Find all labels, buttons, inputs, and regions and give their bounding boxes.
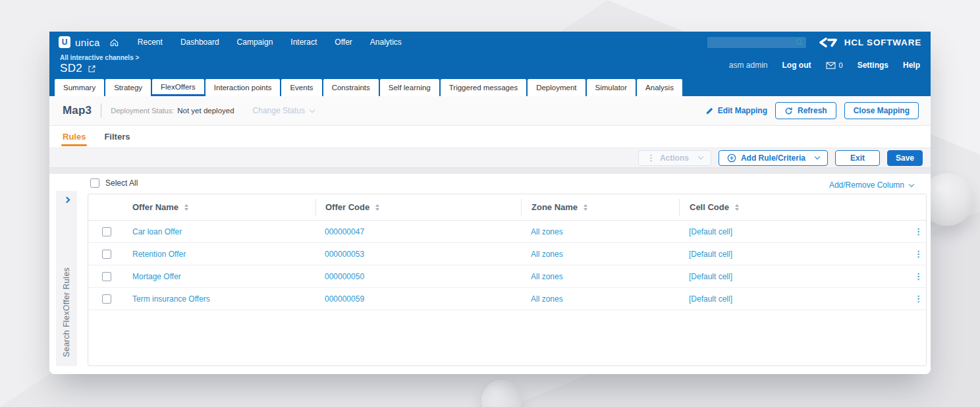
- save-button[interactable]: Save: [887, 150, 923, 166]
- column-header-zone-name[interactable]: Zone Name: [521, 199, 679, 216]
- top-navigation-bar: U unica Recent Dashboard Campaign Intera…: [49, 32, 931, 53]
- table-row: Term insurance Offers 000000059 All zone…: [88, 288, 926, 310]
- nav-item-interact[interactable]: Interact: [290, 38, 317, 47]
- actions-dropdown-button[interactable]: Actions: [638, 150, 711, 166]
- row-menu-kebab-icon[interactable]: [914, 272, 923, 281]
- rules-content: Search FlexOffer Rules Select All Add/Re…: [49, 174, 931, 374]
- tab-constraints[interactable]: Constraints: [323, 79, 379, 96]
- home-icon[interactable]: [109, 38, 119, 47]
- tab-deployment[interactable]: Deployment: [528, 79, 585, 96]
- row-menu-kebab-icon[interactable]: [914, 294, 923, 303]
- row-checkbox[interactable]: [102, 250, 111, 259]
- unica-logo-text: unica: [75, 37, 100, 48]
- table-row: Mortage Offer 000000050 All zones [Defau…: [88, 265, 926, 288]
- nav-item-offer[interactable]: Offer: [335, 38, 352, 47]
- add-remove-column-link[interactable]: Add/Remove Column: [829, 180, 913, 190]
- sort-icon[interactable]: [584, 204, 587, 211]
- nav-item-analytics[interactable]: Analytics: [370, 38, 402, 47]
- map-title: Map3: [63, 104, 92, 117]
- nav-item-campaign[interactable]: Campaign: [237, 38, 273, 47]
- zone-name-link[interactable]: All zones: [521, 294, 679, 304]
- decorative-sphere: [481, 380, 522, 407]
- tab-interaction-points[interactable]: Interaction points: [205, 79, 281, 96]
- subtab-filters[interactable]: Filters: [104, 126, 130, 148]
- column-header-offer-code[interactable]: Offer Code: [315, 199, 521, 216]
- offer-code-link[interactable]: 000000053: [315, 250, 521, 259]
- tab-flexoffers[interactable]: FlexOffers: [152, 79, 204, 96]
- help-link[interactable]: Help: [903, 61, 920, 70]
- tab-simulator[interactable]: Simulator: [587, 79, 636, 96]
- cell-code-link[interactable]: [Default cell]: [679, 227, 911, 236]
- tab-events[interactable]: Events: [281, 79, 321, 96]
- rules-toolbar: Actions Add Rule/Criteria Exit Save: [49, 148, 931, 168]
- zone-name-link[interactable]: All zones: [521, 250, 679, 259]
- zone-name-link[interactable]: All zones: [521, 227, 679, 236]
- tab-triggered-messages[interactable]: Triggered messages: [441, 79, 526, 96]
- map-header: Map3 Deployment Status: Not yet deployed…: [49, 96, 931, 126]
- offer-code-link[interactable]: 000000047: [315, 227, 521, 236]
- sort-icon[interactable]: [184, 204, 188, 211]
- mail-indicator[interactable]: 0: [826, 61, 843, 69]
- exit-button[interactable]: Exit: [835, 150, 880, 166]
- nav-item-dashboard[interactable]: Dashboard: [180, 38, 219, 47]
- chevron-down-icon: [698, 154, 703, 159]
- expand-panel-button[interactable]: [56, 198, 77, 202]
- column-header-offer-name[interactable]: Offer Name: [124, 202, 315, 212]
- zone-name-link[interactable]: All zones: [521, 272, 679, 281]
- username-label: asm admin: [729, 61, 768, 70]
- cell-code-link[interactable]: [Default cell]: [679, 250, 911, 259]
- tab-analysis[interactable]: Analysis: [637, 79, 682, 96]
- column-header-cell-code[interactable]: Cell Code: [679, 199, 911, 216]
- tab-self-learning[interactable]: Self learning: [380, 79, 439, 96]
- app-window: U unica Recent Dashboard Campaign Intera…: [49, 32, 931, 374]
- offer-name-link[interactable]: Retention Offer: [124, 250, 315, 259]
- edit-mapping-link[interactable]: Edit Mapping: [705, 106, 767, 115]
- select-all-checkbox[interactable]: [90, 178, 99, 188]
- table-header-row: Offer Name Offer Code Zone Name Cell Cod…: [88, 194, 926, 221]
- search-icon: [796, 38, 803, 46]
- settings-link[interactable]: Settings: [858, 61, 888, 70]
- subtab-rules[interactable]: Rules: [63, 126, 86, 148]
- sort-icon[interactable]: [375, 204, 379, 211]
- deployment-status-value: Not yet deployed: [177, 107, 234, 115]
- tab-summary[interactable]: Summary: [55, 79, 104, 96]
- subtabs: Rules Filters: [49, 126, 931, 148]
- sort-icon[interactable]: [735, 204, 739, 211]
- table-row: Car loan Offer 000000047 All zones [Defa…: [88, 221, 926, 243]
- divider: [101, 103, 101, 118]
- chevron-right-icon: [63, 197, 70, 204]
- global-search-input[interactable]: [707, 37, 806, 48]
- offer-code-link[interactable]: 000000059: [315, 294, 521, 304]
- row-checkbox[interactable]: [102, 272, 111, 281]
- external-link-icon[interactable]: [88, 65, 96, 73]
- tab-strategy[interactable]: Strategy: [105, 79, 151, 96]
- add-rule-criteria-button[interactable]: Add Rule/Criteria: [719, 150, 828, 166]
- offer-code-link[interactable]: 000000050: [315, 272, 521, 281]
- row-checkbox[interactable]: [102, 227, 111, 236]
- search-flexoffer-rules-panel: Search FlexOffer Rules: [56, 191, 77, 366]
- cell-code-link[interactable]: [Default cell]: [679, 272, 911, 281]
- row-checkbox[interactable]: [102, 294, 111, 304]
- offer-name-link[interactable]: Term insurance Offers: [124, 294, 315, 304]
- refresh-button[interactable]: Refresh: [775, 102, 836, 119]
- cell-code-link[interactable]: [Default cell]: [679, 294, 911, 304]
- offer-name-link[interactable]: Car loan Offer: [124, 227, 315, 236]
- logout-link[interactable]: Log out: [782, 61, 811, 70]
- chevron-down-icon: [909, 181, 914, 186]
- select-all-label: Select All: [105, 178, 138, 188]
- close-mapping-button[interactable]: Close Mapping: [844, 102, 919, 119]
- offer-name-link[interactable]: Mortage Offer: [124, 272, 315, 281]
- nav-item-recent[interactable]: Recent: [138, 38, 163, 47]
- page-title: SD2: [60, 62, 82, 75]
- chevron-down-icon: [310, 107, 315, 112]
- unica-logo-icon: U: [59, 36, 70, 48]
- divider-strip: [49, 168, 931, 174]
- refresh-icon: [784, 107, 793, 115]
- row-menu-kebab-icon[interactable]: [914, 250, 923, 258]
- row-menu-kebab-icon[interactable]: [914, 227, 923, 236]
- main-nav: Recent Dashboard Campaign Interact Offer…: [138, 38, 402, 47]
- topbar-right: HCL SOFTWARE: [707, 37, 921, 48]
- chevron-down-icon: [815, 154, 820, 159]
- breadcrumb[interactable]: All interactive channels >: [60, 54, 139, 61]
- change-status-dropdown[interactable]: Change Status: [253, 106, 314, 115]
